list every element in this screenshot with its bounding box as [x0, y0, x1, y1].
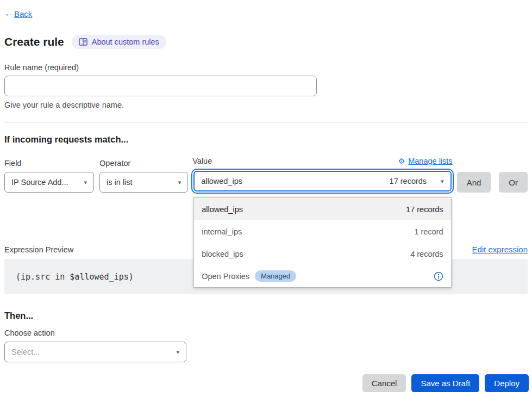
choose-action-label: Choose action — [4, 329, 528, 337]
field-label: Field — [4, 159, 21, 168]
deploy-button[interactable]: Deploy — [485, 374, 529, 392]
footer-actions: Cancel Save as Draft Deploy — [4, 374, 529, 392]
dropdown-option-internal-ips[interactable]: internal_ips 1 record — [194, 220, 450, 243]
create-rule-page: ← Back Create rule About custom rules Ru… — [0, 0, 532, 392]
managed-badge: Managed — [255, 270, 296, 282]
value-label: Value — [192, 157, 212, 165]
expression-code: (ip.src in $allowed_ips) — [16, 272, 134, 282]
value-select-meta: 17 records — [390, 177, 427, 185]
back-link-label: Back — [14, 9, 32, 18]
field-select-value: IP Source Add... — [11, 178, 68, 187]
value-column: Value ⚙ Manage lists allowed_ips 17 reco… — [192, 157, 452, 193]
and-button[interactable]: And — [457, 172, 491, 193]
info-icon[interactable] — [434, 271, 443, 281]
about-custom-rules-link[interactable]: About custom rules — [72, 35, 166, 49]
page-title: Create rule — [4, 35, 64, 48]
manage-lists-label: Manage lists — [408, 157, 452, 165]
option-name: internal_ips — [202, 227, 242, 236]
option-record-count: 1 record — [414, 227, 443, 236]
option-name: allowed_ips — [202, 205, 243, 214]
back-link[interactable]: ← Back — [4, 9, 32, 18]
edit-expression-link[interactable]: Edit expression — [472, 245, 528, 254]
chevron-down-icon: ▾ — [84, 179, 87, 186]
dropdown-option-blocked-ips[interactable]: blocked_ips 4 records — [194, 243, 450, 265]
dropdown-option-allowed-ips[interactable]: allowed_ips 17 records — [194, 198, 450, 220]
andor-buttons: And Or — [457, 172, 528, 193]
match-condition-row: Field IP Source Add... ▾ Operator is in … — [4, 157, 528, 193]
rule-name-label: Rule name (required) — [4, 63, 528, 72]
option-name: Open Proxies — [202, 272, 249, 281]
book-icon — [79, 38, 87, 46]
then-section-heading: Then... — [4, 311, 528, 321]
about-custom-rules-label: About custom rules — [92, 38, 159, 46]
value-dropdown-panel: allowed_ips 17 records internal_ips 1 re… — [193, 197, 451, 288]
rule-name-hint: Give your rule a descriptive name. — [4, 101, 528, 109]
gear-icon: ⚙ — [398, 157, 405, 165]
field-column: Field IP Source Add... ▾ — [4, 159, 94, 193]
or-button[interactable]: Or — [499, 172, 528, 193]
cancel-button[interactable]: Cancel — [362, 374, 406, 392]
option-record-count: 17 records — [406, 205, 443, 214]
chevron-down-icon: ▾ — [441, 178, 444, 185]
save-as-draft-button[interactable]: Save as Draft — [411, 374, 479, 392]
manage-lists-link[interactable]: ⚙ Manage lists — [398, 157, 453, 165]
field-select[interactable]: IP Source Add... ▾ — [4, 172, 94, 193]
dropdown-option-open-proxies[interactable]: Open Proxies Managed — [194, 265, 450, 287]
option-record-count: 4 records — [410, 250, 443, 258]
chevron-down-icon: ▾ — [178, 179, 181, 186]
operator-label: Operator — [99, 159, 130, 168]
section-divider — [4, 122, 528, 122]
rule-name-input[interactable] — [4, 76, 317, 96]
value-select-value: allowed_ips — [201, 177, 242, 185]
action-select-placeholder: Select... — [11, 348, 40, 356]
title-row: Create rule About custom rules — [4, 35, 528, 49]
operator-select[interactable]: is in list ▾ — [99, 172, 188, 193]
expression-preview-label: Expression Preview — [4, 245, 73, 254]
action-select[interactable]: Select... ▾ — [4, 342, 186, 362]
operator-select-value: is in list — [107, 178, 133, 187]
value-select[interactable]: allowed_ips 17 records ▾ — [193, 171, 451, 191]
back-arrow-icon: ← — [4, 9, 13, 18]
option-name: blocked_ips — [202, 250, 243, 258]
match-section-heading: If incoming requests match... — [4, 134, 528, 145]
chevron-down-icon: ▾ — [176, 349, 179, 356]
operator-column: Operator is in list ▾ — [99, 159, 188, 193]
